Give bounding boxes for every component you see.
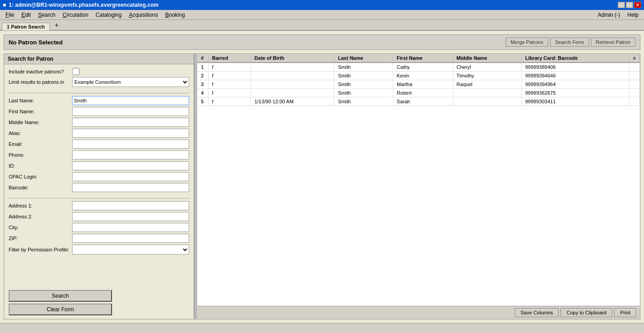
content-section: Search for Patron Include inactive patro… [4, 53, 640, 319]
cell-middle: Cheryl [453, 63, 521, 72]
id-input[interactable] [72, 161, 189, 170]
phone-label: Phone: [9, 152, 72, 158]
cell-last: Smith [334, 72, 393, 80]
cell-barred: f [208, 89, 251, 97]
window-controls: − □ ✕ [618, 2, 641, 8]
cell-first: Kevin [393, 72, 453, 80]
include-inactive-row: Include inactive patrons? [9, 68, 189, 75]
barcode-input[interactable] [72, 183, 189, 192]
barcode-label: Barcode: [9, 185, 72, 190]
retrieve-patron-button[interactable]: Retrieve Patron [591, 38, 635, 47]
address2-input[interactable] [72, 212, 189, 221]
menu-booking[interactable]: Booking [161, 11, 188, 19]
barcode-row: Barcode: [9, 183, 189, 192]
address1-row: Address 1: [9, 201, 189, 210]
cell-empty [629, 89, 639, 97]
last-name-label: Last Name: [9, 98, 72, 103]
tabbar: 1 Patron Search + [0, 20, 644, 31]
print-button[interactable]: Print [614, 308, 636, 317]
col-expand[interactable]: ≡ [629, 54, 639, 63]
address2-label: Address 2: [9, 214, 72, 219]
menubar: File Edit Search Circulation Cataloging … [0, 10, 644, 20]
maximize-button[interactable]: □ [626, 2, 633, 8]
search-form-button[interactable]: Search Form [550, 38, 589, 47]
table-row[interactable]: 2 f Smith Kevin Timothy 99999394646 [197, 72, 640, 80]
id-label: ID: [9, 163, 72, 169]
cell-barcode: 99999389406 [521, 63, 629, 72]
menu-edit[interactable]: Edit [18, 11, 34, 19]
table-row[interactable]: 5 f 1/13/90 12:00 AM Smith Sarah 9999930… [197, 97, 640, 106]
menu-circulation[interactable]: Circulation [59, 11, 92, 19]
cell-last: Smith [334, 80, 393, 89]
table-row[interactable]: 3 f Smith Martha Raquel 99999394964 [197, 80, 640, 89]
menu-cataloging[interactable]: Cataloging [92, 11, 125, 19]
opac-login-label: OPAC Login: [9, 174, 72, 179]
cell-num: 4 [197, 89, 208, 97]
new-tab-button[interactable]: + [51, 20, 63, 30]
opac-login-input[interactable] [72, 172, 189, 181]
col-num[interactable]: # [197, 54, 208, 63]
header-buttons: Merge Patrons Search Form Retrieve Patro… [506, 38, 635, 47]
limit-results-label: Limit results to patrons in [9, 79, 72, 85]
results-tbody: 1 f Smith Cathy Cheryl 99999389406 2 f S… [197, 63, 640, 106]
clear-form-button[interactable]: Clear Form [9, 304, 112, 315]
cell-dob [251, 63, 334, 72]
col-last[interactable]: Last Name [334, 54, 393, 63]
city-row: City: [9, 223, 189, 232]
close-button[interactable]: ✕ [634, 2, 641, 8]
table-header-row: # Barred Date of Birth Last Name First N… [197, 54, 640, 63]
search-button[interactable]: Search [9, 290, 112, 302]
patron-table: # Barred Date of Birth Last Name First N… [197, 54, 640, 106]
table-row[interactable]: 4 f Smith Robert 99999362675 [197, 89, 640, 97]
cell-num: 5 [197, 97, 208, 106]
cell-barred: f [208, 72, 251, 80]
admin-menu[interactable]: Admin (-) [594, 11, 624, 19]
middle-name-input[interactable] [72, 118, 189, 127]
cell-middle [453, 89, 521, 97]
help-menu[interactable]: Help [624, 11, 642, 19]
first-name-input[interactable] [72, 107, 189, 116]
merge-patrons-button[interactable]: Merge Patrons [506, 38, 548, 47]
table-row[interactable]: 1 f Smith Cathy Cheryl 99999389406 [197, 63, 640, 72]
minimize-button[interactable]: − [618, 2, 625, 8]
cell-dob [251, 89, 334, 97]
copy-clipboard-button[interactable]: Copy to Clipboard [561, 308, 612, 317]
cell-middle [453, 97, 521, 106]
phone-row: Phone: [9, 150, 189, 159]
zip-label: ZIP: [9, 236, 72, 241]
address1-input[interactable] [72, 201, 189, 210]
alias-label: Alias: [9, 130, 72, 136]
cell-last: Smith [334, 63, 393, 72]
no-patron-label: No Patron Selected [9, 39, 63, 46]
col-barred[interactable]: Barred [208, 54, 251, 63]
tab-label: 1 Patron Search [7, 24, 45, 29]
col-barcode[interactable]: Library Card: Barcode [521, 54, 629, 63]
alias-input[interactable] [72, 129, 189, 138]
limit-results-row: Limit results to patrons in Example Cons… [9, 77, 189, 87]
limit-results-select[interactable]: Example Consortium [72, 77, 189, 87]
email-input[interactable] [72, 140, 189, 149]
phone-input[interactable] [72, 150, 189, 159]
save-columns-button[interactable]: Save Columns [515, 308, 559, 317]
cell-barcode: 99999362675 [521, 89, 629, 97]
cell-num: 1 [197, 63, 208, 72]
menu-file[interactable]: File [2, 11, 18, 19]
first-name-label: First Name: [9, 109, 72, 114]
menu-acquisitions[interactable]: Acquisitions [125, 11, 161, 19]
col-first[interactable]: First Name [393, 54, 453, 63]
cell-empty [629, 72, 639, 80]
city-input[interactable] [72, 223, 189, 232]
permission-profile-select[interactable] [72, 245, 189, 255]
last-name-input[interactable] [72, 96, 189, 105]
tab-patron-search[interactable]: 1 Patron Search [2, 23, 50, 30]
titlebar-icon: ■ [3, 2, 6, 8]
cell-barred: f [208, 80, 251, 89]
menu-search[interactable]: Search [34, 11, 59, 19]
id-row: ID: [9, 161, 189, 170]
col-middle[interactable]: Middle Name [453, 54, 521, 63]
col-dob[interactable]: Date of Birth [251, 54, 334, 63]
cell-empty [629, 80, 639, 89]
include-inactive-checkbox[interactable] [72, 68, 79, 75]
zip-input[interactable] [72, 234, 189, 243]
search-form-body: Include inactive patrons? Limit results … [4, 64, 194, 286]
